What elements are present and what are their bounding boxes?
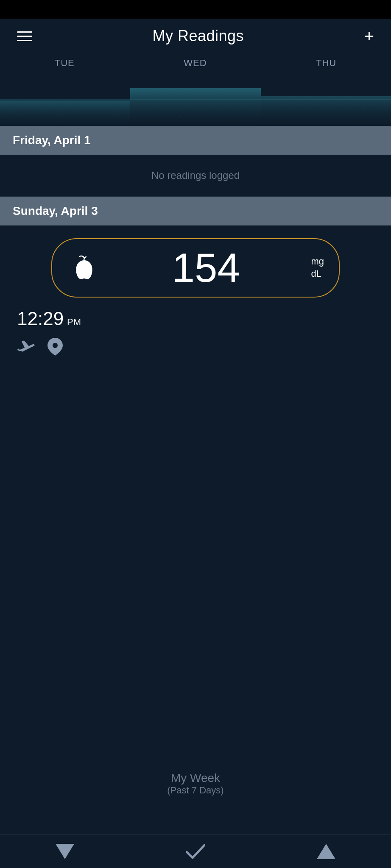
svg-marker-4 — [56, 844, 74, 859]
glucose-value: 154 — [112, 248, 300, 288]
no-readings-friday: No readings logged — [0, 155, 391, 197]
section-sunday: Sunday, April 3 — [0, 197, 391, 225]
section-sunday-label: Sunday, April 3 — [13, 204, 98, 217]
section-friday: Friday, April 1 — [0, 126, 391, 155]
status-bar — [0, 0, 391, 19]
menu-button[interactable] — [17, 31, 32, 41]
svg-rect-0 — [0, 100, 130, 126]
meal-icon-container — [67, 251, 101, 285]
week-nav: TUE WED THU — [0, 53, 391, 75]
my-week-label: My Week — [0, 771, 391, 785]
nav-check-button[interactable] — [186, 843, 205, 860]
page-title: My Readings — [153, 27, 244, 45]
reading-metadata-icons — [13, 338, 378, 359]
down-arrow-icon — [56, 844, 74, 859]
week-day-tue[interactable]: TUE — [55, 58, 75, 69]
unit-bottom: dL — [311, 268, 321, 280]
readings-chart — [0, 75, 391, 126]
airplane-icon — [17, 339, 35, 359]
bottom-navigation — [0, 834, 391, 868]
svg-marker-5 — [317, 844, 335, 859]
reading-entry: 154 mg dL 12:29 PM — [0, 225, 391, 368]
app-header: My Readings + — [0, 19, 391, 53]
svg-rect-1 — [130, 88, 261, 126]
time-value: 12:29 — [17, 308, 64, 329]
unit-top: mg — [311, 256, 324, 268]
bottom-week-area: My Week (Past 7 Days) — [0, 771, 391, 796]
no-readings-text: No readings logged — [151, 170, 240, 181]
section-friday-label: Friday, April 1 — [13, 134, 91, 147]
glucose-unit: mg dL — [311, 256, 324, 280]
week-day-wed[interactable]: WED — [184, 58, 207, 69]
my-week-sublabel: (Past 7 Days) — [0, 785, 391, 796]
time-ampm: PM — [67, 317, 81, 328]
add-reading-button[interactable]: + — [364, 28, 374, 45]
checkmark-icon — [186, 843, 205, 860]
location-icon — [47, 338, 63, 359]
up-arrow-icon — [317, 844, 335, 859]
svg-rect-2 — [261, 96, 391, 126]
nav-down-button[interactable] — [56, 844, 74, 859]
nav-up-button[interactable] — [317, 844, 335, 859]
apple-icon — [70, 254, 98, 282]
chart-area — [0, 75, 391, 126]
reading-time: 12:29 PM — [13, 308, 378, 329]
reading-pill[interactable]: 154 mg dL — [51, 238, 340, 298]
week-day-thu[interactable]: THU — [316, 58, 336, 69]
